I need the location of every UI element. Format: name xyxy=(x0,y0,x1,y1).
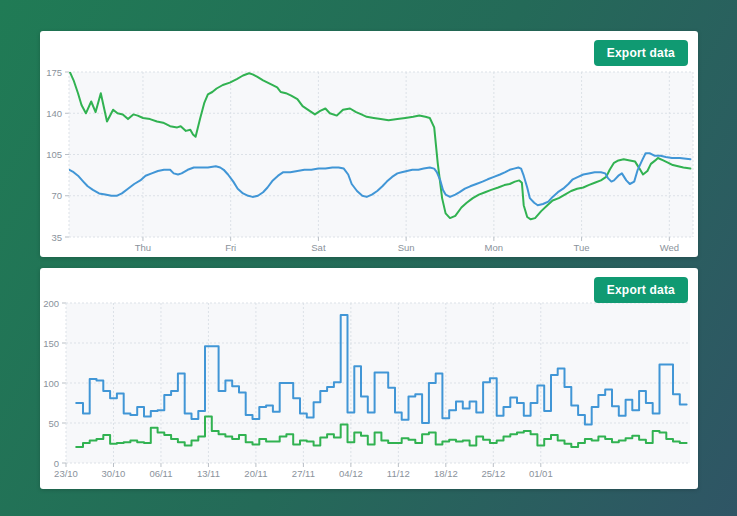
svg-text:Mon: Mon xyxy=(485,242,503,253)
svg-text:27/11: 27/11 xyxy=(292,468,315,479)
svg-text:04/12: 04/12 xyxy=(339,468,363,479)
svg-text:150: 150 xyxy=(43,338,59,349)
chart-panel-daily: 05010015020023/1030/1006/1113/1120/1127/… xyxy=(40,268,698,489)
svg-text:11/12: 11/12 xyxy=(387,468,410,479)
svg-text:Sun: Sun xyxy=(398,242,415,253)
svg-text:35: 35 xyxy=(51,232,62,243)
svg-text:Thu: Thu xyxy=(135,242,151,253)
svg-text:25/12: 25/12 xyxy=(481,468,505,479)
svg-text:200: 200 xyxy=(43,298,59,309)
svg-text:Fri: Fri xyxy=(225,242,236,253)
svg-text:18/12: 18/12 xyxy=(434,468,458,479)
svg-text:Sat: Sat xyxy=(311,242,326,253)
svg-text:Tue: Tue xyxy=(574,242,590,253)
export-data-button-top[interactable]: Export data xyxy=(594,40,688,66)
svg-text:01/01: 01/01 xyxy=(529,468,553,479)
svg-text:20/11: 20/11 xyxy=(244,468,267,479)
svg-text:175: 175 xyxy=(46,67,62,78)
svg-text:70: 70 xyxy=(51,190,62,201)
page-background: 3570105140175ThuFriSatSunMonTueWed Expor… xyxy=(0,0,737,516)
svg-text:0: 0 xyxy=(54,458,59,469)
export-data-button-bottom[interactable]: Export data xyxy=(594,277,688,303)
chart-panel-weekly: 3570105140175ThuFriSatSunMonTueWed Expor… xyxy=(40,31,698,257)
svg-text:105: 105 xyxy=(46,149,62,160)
svg-text:140: 140 xyxy=(46,108,62,119)
svg-text:23/10: 23/10 xyxy=(54,468,78,479)
svg-text:06/11: 06/11 xyxy=(149,468,172,479)
svg-text:13/11: 13/11 xyxy=(197,468,220,479)
svg-text:30/10: 30/10 xyxy=(102,468,126,479)
svg-text:100: 100 xyxy=(43,378,59,389)
svg-text:50: 50 xyxy=(48,418,59,429)
svg-text:Wed: Wed xyxy=(660,242,679,253)
